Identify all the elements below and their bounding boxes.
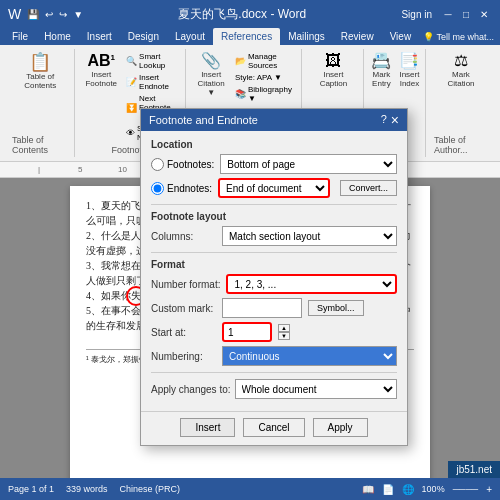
numbering-label: Numbering: — [151, 351, 216, 362]
number-format-select[interactable]: 1, 2, 3, ... — [226, 274, 397, 294]
spin-up-btn[interactable]: ▲ — [278, 324, 290, 332]
dialog-overlay: Footnote and Endnote ? × Location Footno… — [0, 0, 500, 500]
number-format-label: Number format: — [151, 279, 220, 290]
insert-btn[interactable]: Insert — [180, 418, 235, 437]
start-at-controls: ▲ ▼ — [222, 322, 290, 342]
start-at-label: Start at: — [151, 327, 216, 338]
footnotes-select[interactable]: Bottom of page — [220, 154, 397, 174]
numbering-row: Numbering: Continuous — [151, 346, 397, 366]
watermark-text: jb51.net — [456, 464, 492, 475]
custom-mark-input[interactable] — [222, 298, 302, 318]
format-section: Format — [151, 259, 397, 270]
dialog-title: Footnote and Endnote — [149, 114, 258, 126]
divider-2 — [151, 252, 397, 253]
custom-mark-label: Custom mark: — [151, 303, 216, 314]
dialog-footer: Insert Cancel Apply — [141, 411, 407, 445]
start-at-spinner: ▲ ▼ — [278, 324, 290, 340]
columns-row: Columns: Match section layout — [151, 226, 397, 246]
custom-mark-row: Custom mark: Symbol... — [151, 298, 397, 318]
cancel-btn[interactable]: Cancel — [243, 418, 304, 437]
footnote-endnote-dialog: Footnote and Endnote ? × Location Footno… — [140, 108, 408, 446]
endnotes-select[interactable]: End of document — [218, 178, 330, 198]
start-at-row: Start at: ▲ ▼ — [151, 322, 397, 342]
apply-changes-row: Apply changes to: Whole document — [151, 379, 397, 399]
apply-btn[interactable]: Apply — [313, 418, 368, 437]
start-at-input[interactable] — [222, 322, 272, 342]
watermark: jb51.net — [448, 461, 500, 478]
number-format-row: Number format: 1, 2, 3, ... — [151, 274, 397, 294]
endnotes-row: Endnotes: End of document Convert... — [151, 178, 397, 198]
dialog-title-controls: ? × — [381, 113, 399, 127]
location-section: Location — [151, 139, 397, 150]
divider-3 — [151, 372, 397, 373]
footnotes-radio[interactable] — [151, 158, 164, 171]
endnotes-radio[interactable] — [151, 182, 164, 195]
dialog-close-btn[interactable]: × — [391, 113, 399, 127]
apply-to-select[interactable]: Whole document — [235, 379, 398, 399]
columns-label: Columns: — [151, 231, 216, 242]
divider-1 — [151, 204, 397, 205]
dialog-titlebar: Footnote and Endnote ? × — [141, 109, 407, 131]
footnotes-radio-text: Footnotes: — [167, 159, 214, 170]
numbering-select[interactable]: Continuous — [222, 346, 397, 366]
symbol-btn[interactable]: Symbol... — [308, 300, 364, 316]
footnotes-row: Footnotes: Bottom of page — [151, 154, 397, 174]
footnote-layout-section: Footnote layout — [151, 211, 397, 222]
apply-to-label: Apply changes to: — [151, 384, 231, 395]
columns-select[interactable]: Match section layout — [222, 226, 397, 246]
dialog-help-btn[interactable]: ? — [381, 113, 387, 127]
endnotes-radio-text: Endnotes: — [167, 183, 212, 194]
spin-down-btn[interactable]: ▼ — [278, 332, 290, 340]
dialog-body: Location Footnotes: Bottom of page Endno… — [141, 131, 407, 411]
footnotes-radio-label[interactable]: Footnotes: — [151, 158, 214, 171]
convert-btn[interactable]: Convert... — [340, 180, 397, 196]
endnotes-radio-label[interactable]: Endnotes: — [151, 182, 212, 195]
